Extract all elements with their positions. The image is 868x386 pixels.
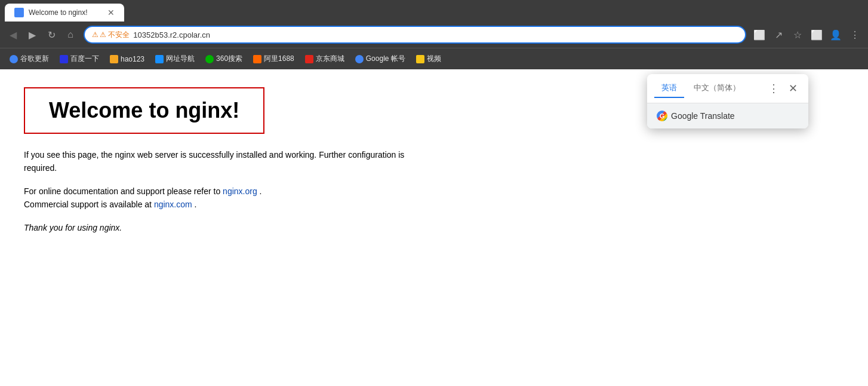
nginx-p2-period: . bbox=[260, 186, 262, 196]
bookmark-360-label: 360搜索 bbox=[216, 54, 242, 64]
security-warning-text: ⚠ 不安全 bbox=[100, 30, 130, 40]
nginx-p2-dot: . bbox=[195, 200, 197, 209]
translate-tab-english[interactable]: 英语 bbox=[654, 79, 684, 98]
active-tab[interactable]: Welcome to nginx! ✕ bbox=[5, 4, 124, 22]
bookmark-baidu-label: 百度一下 bbox=[70, 54, 99, 64]
ali1688-icon bbox=[253, 55, 261, 63]
nginx-p2-text-before: For online documentation and support ple… bbox=[24, 186, 223, 196]
bookmark-baidu[interactable]: 百度一下 bbox=[55, 51, 104, 66]
bookmark-google-update[interactable]: 谷歌更新 bbox=[5, 51, 54, 66]
translate-close-button[interactable]: ✕ bbox=[785, 82, 801, 95]
home-button[interactable]: ⌂ bbox=[62, 26, 79, 43]
forward-button[interactable]: ▶ bbox=[24, 26, 41, 43]
nginx-thanks-text: Thank you for using nginx. bbox=[24, 223, 122, 232]
nginx-welcome-box: Welcome to nginx! bbox=[24, 87, 264, 134]
bookmark-wangzhi-label: 网址导航 bbox=[166, 54, 195, 64]
bookmark-360[interactable]: 360搜索 bbox=[201, 51, 247, 66]
share-button[interactable]: ↗ bbox=[770, 26, 787, 43]
nginx-welcome-title: Welcome to nginx! bbox=[49, 98, 239, 123]
translate-more-button[interactable]: ⋮ bbox=[765, 82, 783, 95]
nginx-p2-text-after: Commercial support is available at bbox=[24, 200, 154, 209]
back-button[interactable]: ◀ bbox=[5, 26, 21, 43]
bookmark-google-account[interactable]: Google 帐号 bbox=[350, 51, 410, 66]
bookmark-wangzhi[interactable]: 网址导航 bbox=[150, 51, 199, 66]
baidu-icon bbox=[60, 55, 68, 63]
nav-right-controls: ⬜ ↗ ☆ ⬜ 👤 ⋮ bbox=[751, 26, 863, 43]
google-g-icon: G bbox=[657, 111, 667, 121]
tab-close-button[interactable]: ✕ bbox=[107, 8, 115, 17]
bookmark-hao123-label: hao123 bbox=[121, 55, 144, 63]
translate-google-label: Google Translate bbox=[671, 111, 735, 121]
cast-button[interactable]: ⬜ bbox=[751, 26, 768, 43]
bookmark-jd[interactable]: 京东商城 bbox=[300, 51, 349, 66]
bookmark-google-update-label: 谷歌更新 bbox=[20, 54, 49, 64]
translate-text: Translate bbox=[700, 111, 735, 121]
bookmark-video[interactable]: 视频 bbox=[411, 51, 446, 66]
bookmark-jd-label: 京东商城 bbox=[316, 54, 344, 64]
nginx-paragraph-1: If you see this page, the nginx web serv… bbox=[24, 148, 406, 175]
bookmark-video-label: 视频 bbox=[427, 54, 441, 64]
profile-button[interactable]: 👤 bbox=[827, 26, 844, 43]
google-account-icon bbox=[355, 55, 364, 63]
page-content: Welcome to nginx! If you see this page, … bbox=[0, 69, 868, 386]
nginx-org-link[interactable]: nginx.org bbox=[223, 186, 257, 196]
video-icon bbox=[416, 55, 424, 63]
bookmark-ali1688-label: 阿里1688 bbox=[264, 54, 294, 64]
nginx-paragraph-3: Thank you for using nginx. bbox=[24, 221, 406, 234]
tab-bar: Welcome to nginx! ✕ bbox=[0, 0, 868, 22]
nav-bar: ◀ ▶ ↻ ⌂ ⚠ ⚠ 不安全 10352b53.r2.cpolar.cn ⬜ … bbox=[0, 22, 868, 48]
nginx-com-link[interactable]: nginx.com bbox=[154, 200, 192, 209]
translate-body: G Google Translate bbox=[647, 103, 808, 128]
bookmarks-bar: 谷歌更新 百度一下 hao123 网址导航 360搜索 阿里1688 京东商城 bbox=[0, 48, 868, 69]
tab-favicon bbox=[14, 8, 24, 17]
bookmark-google-account-label: Google 帐号 bbox=[366, 54, 405, 64]
translate-tab-chinese[interactable]: 中文（简体） bbox=[687, 79, 747, 98]
jd-icon bbox=[305, 55, 313, 63]
translate-popup: 英语 中文（简体） ⋮ ✕ G Google Translate bbox=[647, 74, 808, 128]
url-text: 10352b53.r2.cpolar.cn bbox=[133, 30, 738, 39]
bookmark-button[interactable]: ☆ bbox=[789, 26, 806, 43]
reload-button[interactable]: ↻ bbox=[43, 26, 60, 43]
nginx-body: If you see this page, the nginx web serv… bbox=[24, 148, 406, 234]
wangzhi-icon bbox=[155, 55, 164, 63]
360-icon bbox=[205, 55, 214, 63]
browser-frame: Welcome to nginx! ✕ ◀ ▶ ↻ ⌂ ⚠ ⚠ 不安全 1035… bbox=[0, 0, 868, 386]
menu-button[interactable]: ⋮ bbox=[847, 26, 863, 43]
nginx-paragraph-2: For online documentation and support ple… bbox=[24, 185, 406, 212]
translate-header: 英语 中文（简体） ⋮ ✕ bbox=[647, 74, 808, 103]
security-warning: ⚠ ⚠ 不安全 bbox=[92, 30, 130, 40]
address-bar[interactable]: ⚠ ⚠ 不安全 10352b53.r2.cpolar.cn bbox=[84, 26, 746, 44]
translate-google-row: G Google Translate bbox=[657, 111, 799, 121]
window-button[interactable]: ⬜ bbox=[808, 26, 825, 43]
bookmark-hao123[interactable]: hao123 bbox=[105, 53, 149, 66]
nginx-p1-text: If you see this page, the nginx web serv… bbox=[24, 150, 404, 173]
google-text: Google bbox=[671, 111, 698, 121]
warning-icon: ⚠ bbox=[92, 30, 99, 39]
hao123-icon bbox=[110, 55, 118, 63]
tab-title: Welcome to nginx! bbox=[29, 8, 103, 17]
bookmark-ali1688[interactable]: 阿里1688 bbox=[248, 51, 299, 66]
google-update-icon bbox=[10, 55, 18, 63]
